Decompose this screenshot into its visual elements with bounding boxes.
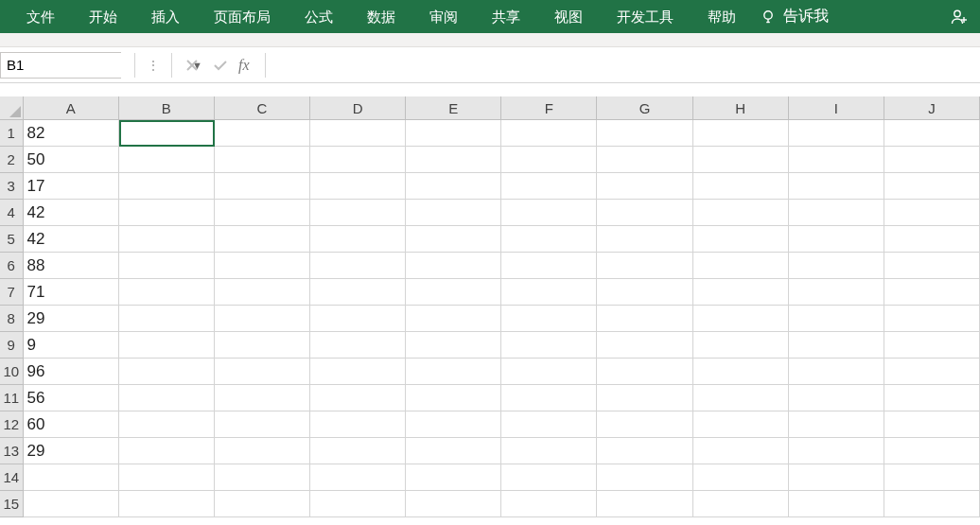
cell-I13[interactable] [789,438,884,464]
cell-A13[interactable]: 29 [24,438,119,464]
cell-C12[interactable] [215,411,310,438]
cell-C5[interactable] [215,226,310,253]
cell-B14[interactable] [119,464,215,491]
cell-B1[interactable] [119,120,215,147]
row-header-10[interactable]: 10 [0,359,24,385]
select-all-corner[interactable] [0,96,24,120]
cell-G10[interactable] [597,359,692,385]
cell-F15[interactable] [501,491,597,517]
row-header-12[interactable]: 12 [0,411,24,438]
cell-I12[interactable] [789,411,884,438]
cell-A6[interactable]: 88 [24,253,119,279]
cell-J1[interactable] [884,120,980,147]
cell-F10[interactable] [501,359,597,385]
cell-F14[interactable] [501,464,597,491]
cell-D2[interactable] [310,147,406,173]
cell-F2[interactable] [501,147,597,173]
cell-I8[interactable] [789,306,884,332]
cell-D15[interactable] [310,491,406,517]
cell-E3[interactable] [406,173,501,200]
cell-H15[interactable] [693,491,789,517]
tab-home[interactable]: 开始 [72,0,134,33]
cell-J10[interactable] [884,359,980,385]
cell-H8[interactable] [693,306,789,332]
cell-F12[interactable] [501,411,597,438]
cell-C11[interactable] [215,385,310,411]
cell-G13[interactable] [597,438,692,464]
cell-A15[interactable] [24,491,119,517]
cell-J11[interactable] [884,385,980,411]
cell-A7[interactable]: 71 [24,279,119,306]
cell-G2[interactable] [597,147,692,173]
row-header-1[interactable]: 1 [0,120,24,147]
cell-E2[interactable] [406,147,501,173]
cell-B13[interactable] [119,438,215,464]
cell-I2[interactable] [789,147,884,173]
cell-J2[interactable] [884,147,980,173]
cell-I6[interactable] [789,253,884,279]
cell-J15[interactable] [884,491,980,517]
cell-F4[interactable] [501,200,597,226]
cell-I14[interactable] [789,464,884,491]
cell-B5[interactable] [119,226,215,253]
cell-D7[interactable] [310,279,406,306]
col-header-B[interactable]: B [119,96,215,120]
cell-F9[interactable] [501,332,597,359]
cell-D12[interactable] [310,411,406,438]
cell-C10[interactable] [215,359,310,385]
cell-B2[interactable] [119,147,215,173]
tab-page-layout[interactable]: 页面布局 [197,0,288,33]
cell-D8[interactable] [310,306,406,332]
tab-view[interactable]: 视图 [537,0,600,33]
cell-G1[interactable] [597,120,692,147]
enter-formula-button[interactable] [206,52,235,79]
cell-F13[interactable] [501,438,597,464]
cell-G5[interactable] [597,226,692,253]
cell-F8[interactable] [501,306,597,332]
cell-A4[interactable]: 42 [24,200,119,226]
cell-J3[interactable] [884,173,980,200]
cell-A9[interactable]: 9 [24,332,119,359]
col-header-C[interactable]: C [215,96,310,120]
cell-G11[interactable] [597,385,692,411]
cell-C13[interactable] [215,438,310,464]
cell-I9[interactable] [789,332,884,359]
cell-D4[interactable] [310,200,406,226]
tab-review[interactable]: 审阅 [412,0,475,33]
cell-F3[interactable] [501,173,597,200]
cell-C14[interactable] [215,464,310,491]
cell-J12[interactable] [884,411,980,438]
cell-B10[interactable] [119,359,215,385]
cell-G15[interactable] [597,491,692,517]
cell-C15[interactable] [215,491,310,517]
cell-J6[interactable] [884,253,980,279]
cell-D14[interactable] [310,464,406,491]
cell-H4[interactable] [693,200,789,226]
cell-B9[interactable] [119,332,215,359]
cell-C2[interactable] [215,147,310,173]
cell-J7[interactable] [884,279,980,306]
more-dots-icon[interactable]: ⋮ [141,58,166,73]
cell-C1[interactable] [215,120,310,147]
cell-G9[interactable] [597,332,692,359]
cell-F11[interactable] [501,385,597,411]
col-header-E[interactable]: E [406,96,501,120]
cell-E9[interactable] [406,332,501,359]
row-header-7[interactable]: 7 [0,279,24,306]
cell-A2[interactable]: 50 [24,147,119,173]
cell-H10[interactable] [693,359,789,385]
cell-E8[interactable] [406,306,501,332]
cell-E7[interactable] [406,279,501,306]
col-header-G[interactable]: G [597,96,692,120]
cell-C4[interactable] [215,200,310,226]
cell-E14[interactable] [406,464,501,491]
tab-file[interactable]: 文件 [9,0,72,33]
cell-B12[interactable] [119,411,215,438]
tab-help[interactable]: 帮助 [691,0,753,33]
cell-H13[interactable] [693,438,789,464]
cell-G8[interactable] [597,306,692,332]
cell-A3[interactable]: 17 [24,173,119,200]
cell-E5[interactable] [406,226,501,253]
tab-insert[interactable]: 插入 [134,0,197,33]
cell-A14[interactable] [24,464,119,491]
